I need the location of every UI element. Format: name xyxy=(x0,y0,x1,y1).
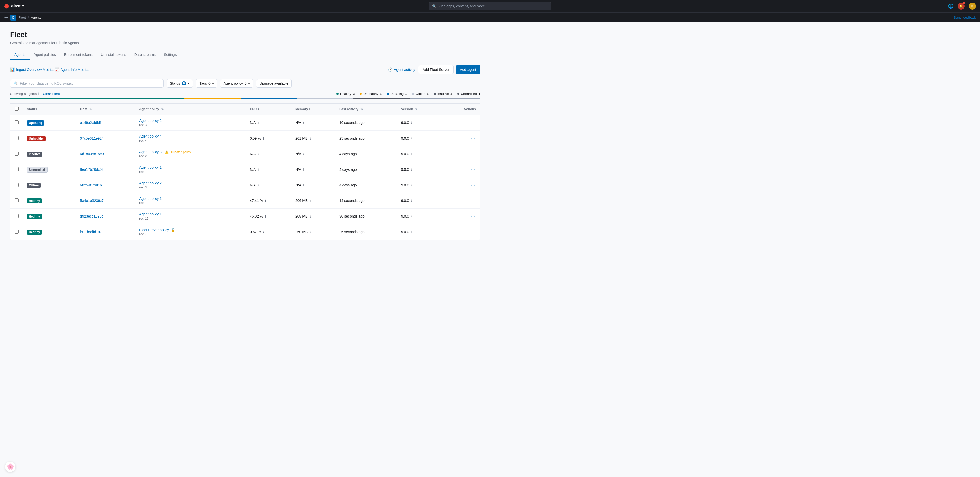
cpu-na-info-4[interactable]: ℹ xyxy=(258,183,259,187)
add-fleet-server-button[interactable]: Add Fleet Server xyxy=(418,65,454,74)
cpu-na-info-3[interactable]: ℹ xyxy=(258,168,259,172)
actions-button-2[interactable]: ··· xyxy=(471,152,476,156)
cpu-info-icon[interactable]: ℹ xyxy=(258,107,259,111)
tab-agents[interactable]: Agents xyxy=(10,50,30,60)
row-checkbox-5[interactable] xyxy=(14,198,19,203)
memory-info-1[interactable]: ℹ xyxy=(310,137,311,140)
host-link-0[interactable]: e149a2efdfdf xyxy=(80,121,101,125)
actions-button-0[interactable]: ··· xyxy=(471,120,476,125)
breadcrumb-d-icon[interactable]: D xyxy=(10,14,16,21)
host-link-3[interactable]: 8ea17b76dc03 xyxy=(80,168,104,172)
actions-button-5[interactable]: ··· xyxy=(471,198,476,203)
cpu-info-7[interactable]: ℹ xyxy=(263,230,264,234)
row-checkbox-7[interactable] xyxy=(14,230,19,234)
host-sort-icon[interactable]: ⇅ xyxy=(89,107,92,111)
hamburger-menu[interactable]: ☰ xyxy=(4,15,8,21)
global-search-bar[interactable]: 🔍 xyxy=(429,2,551,10)
actions-button-4[interactable]: ··· xyxy=(471,182,476,188)
status-bar-row: Showing 8 agents ℹ Clear filters Healthy… xyxy=(10,92,480,96)
row-checkbox-3[interactable] xyxy=(14,167,19,171)
row-checkbox-1[interactable] xyxy=(14,136,19,140)
send-feedback-link[interactable]: Send feedback xyxy=(954,16,976,19)
global-search-input[interactable] xyxy=(438,4,548,8)
breadcrumb-fleet[interactable]: Fleet xyxy=(18,16,26,19)
version-info-icon-7[interactable]: ℹ xyxy=(410,230,412,234)
host-link-6[interactable]: d923ecca595c xyxy=(80,214,103,218)
memory-na-info-3[interactable]: ℹ xyxy=(303,168,304,172)
cpu-info-5[interactable]: ℹ xyxy=(265,199,266,203)
version-info-icon-4[interactable]: ℹ xyxy=(410,183,412,187)
row-checkbox-4[interactable] xyxy=(14,183,19,187)
row-checkbox-0[interactable] xyxy=(14,120,19,124)
policy-name-4[interactable]: Agent policy 2 xyxy=(139,181,162,185)
tab-agent-policies[interactable]: Agent policies xyxy=(30,50,60,60)
cpu-column-header: CPU ℹ xyxy=(246,104,291,115)
memory-na-info-2[interactable]: ℹ xyxy=(303,152,304,156)
tags-filter-button[interactable]: Tags 0 ▾ xyxy=(196,79,217,88)
globe-icon[interactable]: 🌐 xyxy=(948,3,953,9)
table-row: Healthy fa11badfd197 Fleet Server policy… xyxy=(11,224,480,240)
add-agent-button[interactable]: Add agent xyxy=(456,65,480,74)
tab-data-streams[interactable]: Data streams xyxy=(130,50,160,60)
version-cell-7: 9.0.0 ℹ xyxy=(397,224,442,240)
policy-name-6[interactable]: Agent policy 1 xyxy=(139,212,162,216)
memory-na-info-4[interactable]: ℹ xyxy=(303,183,304,187)
actions-button-3[interactable]: ··· xyxy=(471,167,476,172)
memory-info-7[interactable]: ℹ xyxy=(310,230,311,234)
agent-activity-link[interactable]: 🕐 Agent activity xyxy=(388,67,415,72)
host-link-2[interactable]: 6d18035815e9 xyxy=(80,152,104,156)
policy-cell-2: Agent policy 3 ⚠️ Outdated policy rev. 2 xyxy=(135,146,246,162)
row-checkbox-6[interactable] xyxy=(14,214,19,218)
tab-uninstall-tokens[interactable]: Uninstall tokens xyxy=(97,50,130,60)
last-activity-sort-icon[interactable]: ⇅ xyxy=(361,107,363,111)
agent-info-metrics-link[interactable]: 📈 Agent Info Metrics xyxy=(54,67,89,72)
host-link-4[interactable]: 60254f12df1b xyxy=(80,183,102,187)
policy-name-1[interactable]: Agent policy 4 xyxy=(139,134,162,138)
actions-button-1[interactable]: ··· xyxy=(471,136,476,141)
memory-info-icon[interactable]: ℹ xyxy=(309,107,310,111)
clear-filters-link[interactable]: Clear filters xyxy=(43,92,60,96)
status-badge-3: Unenrolled xyxy=(27,167,48,172)
actions-button-7[interactable]: ··· xyxy=(471,229,476,235)
upgrade-available-button[interactable]: Upgrade available xyxy=(256,79,292,88)
policy-cell-1: Agent policy 4 rev. 4 xyxy=(135,131,246,146)
memory-value-1: 201 MB xyxy=(295,136,308,140)
kql-search-container[interactable]: 🔍 xyxy=(10,79,164,88)
row-checkbox-2[interactable] xyxy=(14,152,19,156)
policy-sort-icon[interactable]: ⇅ xyxy=(161,107,164,111)
tab-enrollment-tokens[interactable]: Enrollment tokens xyxy=(60,50,97,60)
version-sort-icon[interactable]: ⇅ xyxy=(415,107,417,111)
agent-policy-filter-button[interactable]: Agent policy 5 ▾ xyxy=(220,79,253,88)
memory-info-6[interactable]: ℹ xyxy=(310,215,311,218)
cpu-info-1[interactable]: ℹ xyxy=(263,137,264,140)
version-info-icon-6[interactable]: ℹ xyxy=(410,214,412,218)
tab-settings[interactable]: Settings xyxy=(160,50,181,60)
memory-na-info-0[interactable]: ℹ xyxy=(303,121,304,125)
policy-name-3[interactable]: Agent policy 1 xyxy=(139,165,162,169)
policy-name-2[interactable]: Agent policy 3 xyxy=(139,150,162,154)
notification-icon[interactable]: 🔔 xyxy=(958,3,965,10)
version-info-icon-0[interactable]: ℹ xyxy=(410,121,412,124)
host-link-5[interactable]: 5a4e1e3236c7 xyxy=(80,199,104,203)
version-info-icon-2[interactable]: ℹ xyxy=(410,152,412,156)
policy-name-0[interactable]: Agent policy 2 xyxy=(139,119,162,123)
policy-name-7[interactable]: Fleet Server policy xyxy=(139,228,169,232)
host-link-1[interactable]: 07c5e611e924 xyxy=(80,136,104,140)
cpu-na-info-2[interactable]: ℹ xyxy=(258,152,259,156)
host-link-7[interactable]: fa11badfd197 xyxy=(80,230,102,234)
elastic-logo[interactable]: 🔴 elastic xyxy=(4,4,24,9)
kql-search-input[interactable] xyxy=(20,81,160,85)
status-legend-unhealthy: Unhealthy 1 xyxy=(360,92,382,96)
cpu-na-info-0[interactable]: ℹ xyxy=(258,121,259,125)
status-filter-button[interactable]: Status 6 ▾ xyxy=(167,79,193,88)
ingest-overview-metrics-link[interactable]: 📊 Ingest Overview Metrics xyxy=(10,67,54,72)
version-info-icon-3[interactable]: ℹ xyxy=(410,168,412,171)
version-info-icon-5[interactable]: ℹ xyxy=(410,199,412,203)
select-all-checkbox[interactable] xyxy=(14,107,19,111)
memory-info-5[interactable]: ℹ xyxy=(310,199,311,203)
cpu-info-6[interactable]: ℹ xyxy=(265,215,266,218)
actions-button-6[interactable]: ··· xyxy=(471,214,476,219)
user-avatar[interactable]: E xyxy=(969,3,976,10)
version-info-icon-1[interactable]: ℹ xyxy=(410,137,412,140)
policy-name-5[interactable]: Agent policy 1 xyxy=(139,196,162,201)
